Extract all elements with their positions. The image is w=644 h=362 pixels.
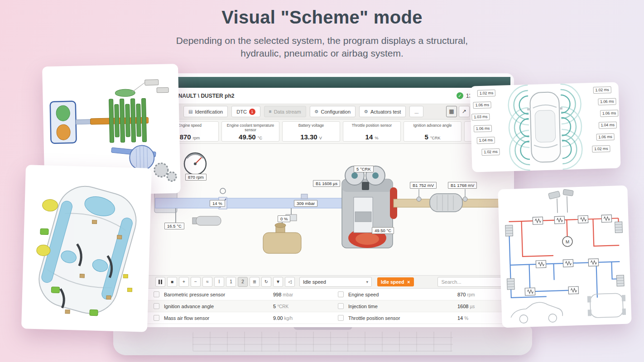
dtc-count-badge: 1	[249, 109, 255, 115]
scheme-label-pressure: 309 mbar	[294, 200, 317, 207]
card-pneumatic-suspension: M	[498, 186, 631, 328]
table-row[interactable]: Injection time 1608µs	[326, 300, 510, 312]
table-row[interactable]: Barometric pressure sensor 998mbar	[142, 289, 326, 300]
tab-dtc[interactable]: DTC 1	[231, 106, 260, 117]
row-checkbox[interactable]	[154, 303, 159, 309]
page-2-button[interactable]: 2	[238, 277, 248, 287]
card-airbag-system	[21, 165, 152, 332]
sensor-reading: 1.06 ms	[474, 125, 492, 132]
parameter-group-dropdown[interactable]: Idle speed ▾	[299, 277, 372, 287]
stream-toolbar: ■ + − ≈ Ι 1 2 ≣ ↻ ▼ ◁ Idle speed ▾ Idle …	[142, 275, 510, 289]
sensor-card[interactable]: Battery voltage 13.30 V	[282, 121, 340, 142]
parameter-value: 998	[273, 292, 281, 297]
vehicle-breadcrumb: RENAULT \ DUSTER ph2	[171, 93, 234, 99]
stop-button[interactable]: ■	[167, 277, 177, 287]
sensor-reading: 1.04 ms	[477, 137, 495, 144]
sensor-reading: 1.04 ms	[598, 122, 617, 129]
sensor-reading: 1.02 ms	[477, 90, 496, 97]
zoom-in-button[interactable]: +	[179, 277, 189, 287]
parameter-unit: rpm	[467, 292, 475, 297]
row-checkbox[interactable]	[338, 303, 344, 309]
filter-button[interactable]: ▼	[273, 277, 283, 287]
parameter-value: 1608	[457, 304, 468, 309]
parameter-value: 5	[273, 304, 276, 309]
pneumatic-graphic: M	[498, 186, 631, 328]
motor-label: M	[566, 239, 570, 244]
tab-more[interactable]: ...	[409, 106, 423, 117]
chevron-down-icon: ▾	[366, 280, 368, 284]
window-chrome-bar	[142, 77, 510, 88]
table-row[interactable]: Throttle position sensor 14%	[326, 312, 510, 324]
page-subtitle-line-1: Depending on the selected system, the pr…	[0, 35, 644, 46]
scheme-label-intake-temp: 16.5 °C	[164, 223, 184, 229]
sensor-card[interactable]: Throttle position sensor 14 %	[343, 121, 401, 142]
sensor-reading: 1.06 ms	[600, 110, 619, 117]
filter-tag-close-icon[interactable]: ×	[407, 279, 410, 285]
graph-mode-button[interactable]: ≈	[202, 277, 212, 287]
sound-button[interactable]: ◁	[285, 277, 295, 287]
row-checkbox[interactable]	[338, 315, 344, 321]
sensor-card-strip: Engine speed 870 rpm Engine coolant temp…	[142, 119, 510, 144]
sensor-card[interactable]: Engine coolant temperature sensor 49.50 …	[221, 121, 279, 142]
tab-data-stream[interactable]: ≡ Data stream	[264, 106, 306, 117]
laptop-screen: RENAULT \ DUSTER ph2 ✓ 13. ▤ Identificat…	[138, 73, 514, 327]
app-header: RENAULT \ DUSTER ph2 ✓ 13.	[142, 88, 510, 104]
page-1-button[interactable]: 1	[226, 277, 236, 287]
row-checkbox[interactable]	[338, 291, 344, 297]
diagnostic-app-window: RENAULT \ DUSTER ph2 ✓ 13. ▤ Identificat…	[142, 77, 510, 327]
zoom-out-button[interactable]: −	[191, 277, 201, 287]
data-stream-icon: ≡	[269, 109, 272, 114]
sensor-reading: 1.06 ms	[473, 101, 491, 109]
parameter-unit: kg/h	[284, 316, 293, 321]
engine-scheme-view: 870 rpm B1 1608 µs 5 °CRK B1 752 mV B1 1…	[142, 144, 510, 275]
tab-configuration[interactable]: ⚙ Configuration	[310, 106, 356, 117]
scheme-label-ignition-advance: 5 °CRK	[354, 166, 374, 172]
filter-tag[interactable]: Idle speed ×	[377, 277, 414, 286]
list-view-button[interactable]: ≣	[250, 277, 260, 287]
sensor-reading: 1.06 ms	[596, 133, 615, 141]
sensor-reading: 1.02 ms	[481, 148, 500, 156]
chart-view-button[interactable]: ↗	[459, 106, 470, 117]
page-title: Visual "Scheme" mode	[0, 7, 644, 28]
scheme-label-purge-valve: 0 %	[278, 215, 290, 222]
row-checkbox[interactable]	[154, 291, 159, 297]
sensor-reading: 1.02 ms	[592, 145, 610, 152]
search-input[interactable]	[437, 277, 505, 287]
sensor-reading: 1.02 ms	[593, 86, 611, 94]
airbag-graphic	[21, 165, 152, 332]
refresh-button[interactable]: ↻	[261, 277, 271, 287]
parameter-unit: µs	[470, 304, 475, 309]
scheme-label-lambda-upstream: B1 752 mV	[410, 182, 437, 189]
laptop-keys	[192, 332, 453, 352]
tab-identification[interactable]: ▤ Identification	[183, 106, 228, 117]
parameter-name: Injection time	[348, 304, 378, 309]
parameter-unit: mbar	[283, 292, 293, 297]
page-subtitle-line-2: hydraulic, pneumatic or airbag system.	[0, 48, 644, 59]
table-row[interactable]: Engine speed 870rpm	[326, 289, 510, 300]
parameter-name: Mass air flow sensor	[164, 315, 209, 321]
pause-button[interactable]	[155, 277, 165, 287]
scheme-label-throttle: 14 %	[210, 200, 225, 207]
promo-screenshot: Visual "Scheme" mode Depending on the se…	[0, 0, 644, 362]
laptop-keyboard-deck	[113, 326, 532, 355]
grid-view-button[interactable]: ▦	[446, 106, 457, 117]
row-checkbox[interactable]	[154, 315, 159, 321]
identification-icon: ▤	[188, 109, 192, 114]
sensor-card[interactable]: Ignition advance angle 5 °CRK	[404, 121, 461, 142]
tab-actuators-test[interactable]: ⚙ Actuators test	[359, 106, 406, 117]
table-row[interactable]: Ignition advance angle 5°CRK	[142, 300, 326, 312]
parameter-table: Barometric pressure sensor 998mbar Ignit…	[142, 289, 510, 327]
parameter-name: Barometric pressure sensor	[164, 292, 225, 297]
parameter-value: 14	[457, 315, 463, 321]
ruler-button[interactable]: Ι	[214, 277, 224, 287]
engine-scheme-graphic	[142, 144, 510, 275]
parameter-value: 9.00	[273, 315, 283, 321]
table-row[interactable]: Mass air flow sensor 9.00kg/h	[142, 312, 326, 324]
parameter-name: Ignition advance angle	[164, 304, 214, 309]
scheme-label-engine-speed: 870 rpm	[185, 174, 207, 181]
connection-check-icon: ✓	[457, 92, 463, 99]
gear-icon: ⚙	[315, 109, 319, 114]
scheme-label-lambda-downstream: B1 1768 mV	[448, 182, 477, 189]
gear-icon: ⚙	[364, 109, 368, 114]
scheme-label-coolant-temp: 49.50 °C	[372, 227, 394, 234]
